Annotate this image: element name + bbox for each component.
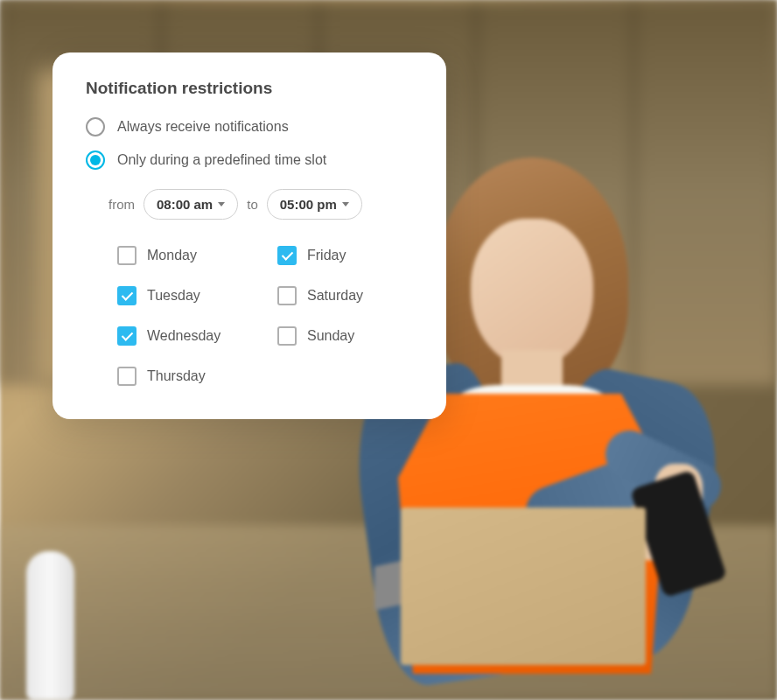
checkbox-icon: [117, 326, 136, 346]
from-time-select[interactable]: 08:00 am: [144, 189, 238, 220]
radio-option-always[interactable]: Always receive notifications: [86, 117, 413, 136]
checkbox-icon: [117, 367, 136, 386]
day-label: Thursday: [147, 368, 206, 384]
radio-icon: [86, 150, 105, 170]
day-checkbox-wednesday[interactable]: Wednesday: [117, 326, 253, 346]
notification-restrictions-card: Notification restrictions Always receive…: [52, 52, 446, 419]
from-label: from: [108, 197, 135, 212]
radio-label: Always receive notifications: [117, 119, 289, 135]
radio-label: Only during a predefined time slot: [117, 152, 326, 168]
day-checkbox-monday[interactable]: Monday: [117, 246, 253, 265]
days-grid: MondayFridayTuesdaySaturdayWednesdaySund…: [86, 246, 413, 386]
day-checkbox-tuesday[interactable]: Tuesday: [117, 286, 253, 305]
checkbox-icon: [277, 286, 297, 305]
time-range-row: from 08:00 am to 05:00 pm: [86, 189, 413, 220]
to-label: to: [247, 197, 258, 212]
checkbox-icon: [117, 286, 136, 305]
day-label: Tuesday: [147, 288, 200, 304]
day-label: Sunday: [307, 328, 354, 344]
day-checkbox-thursday[interactable]: Thursday: [117, 367, 253, 386]
day-label: Wednesday: [147, 328, 220, 344]
chevron-down-icon: [342, 202, 349, 206]
day-checkbox-saturday[interactable]: Saturday: [277, 286, 413, 305]
radio-icon: [86, 117, 105, 136]
card-title: Notification restrictions: [86, 79, 413, 98]
radio-option-timeslot[interactable]: Only during a predefined time slot: [86, 150, 413, 170]
checkbox-icon: [277, 246, 297, 265]
from-time-value: 08:00 am: [157, 197, 213, 212]
day-label: Monday: [147, 248, 197, 263]
day-checkbox-friday[interactable]: Friday: [277, 246, 413, 265]
day-label: Saturday: [307, 288, 363, 304]
checkbox-icon: [117, 246, 136, 265]
to-time-value: 05:00 pm: [280, 197, 337, 212]
day-checkbox-sunday[interactable]: Sunday: [277, 326, 413, 346]
checkbox-icon: [277, 326, 297, 346]
chevron-down-icon: [218, 202, 225, 206]
to-time-select[interactable]: 05:00 pm: [267, 189, 362, 220]
day-label: Friday: [307, 248, 346, 263]
